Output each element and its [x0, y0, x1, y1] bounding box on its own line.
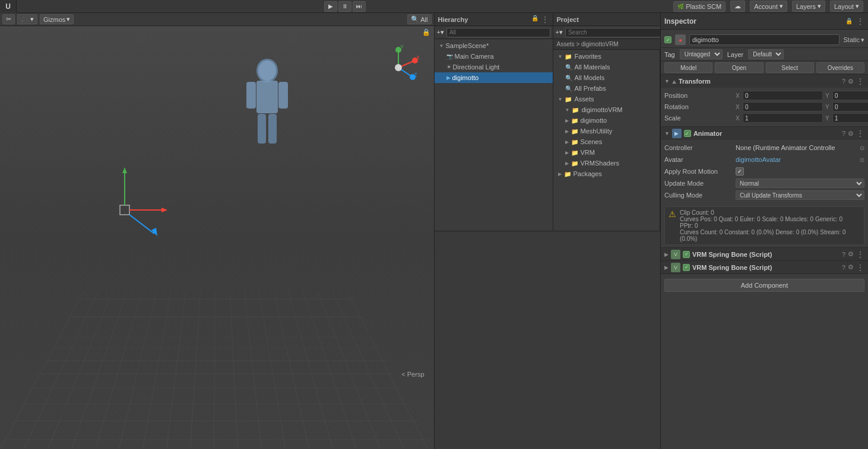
- transform-menu-icon[interactable]: ⋮: [856, 77, 864, 86]
- project-folder-vrmshaders[interactable]: ▶ 📁 VRMShaders: [553, 158, 660, 168]
- vrm1-settings-icon[interactable]: ⚙: [848, 250, 854, 258]
- rot-y-input[interactable]: [832, 102, 868, 112]
- vrm1-enable-checkbox[interactable]: ✓: [683, 251, 690, 258]
- object-name-input[interactable]: [689, 34, 840, 45]
- svg-point-23: [258, 60, 276, 81]
- gizmos-button[interactable]: Gizmos▾: [40, 14, 74, 24]
- layer-select[interactable]: Default: [748, 49, 784, 59]
- cloud-button[interactable]: ☁: [730, 1, 745, 12]
- project-folder-digimotto[interactable]: ▶ 📁 digimotto: [553, 115, 660, 126]
- vrm2-icon: V: [671, 263, 680, 272]
- inspector-menu-icon[interactable]: ⋮: [856, 17, 864, 26]
- character-model: [232, 56, 303, 174]
- vrm1-menu-icon[interactable]: ⋮: [856, 250, 864, 259]
- hierarchy-scene-root[interactable]: ▼ SampleScene*: [435, 40, 553, 51]
- tag-select[interactable]: Untagged: [680, 49, 723, 59]
- avatar-pick-icon[interactable]: ⊙: [860, 157, 864, 163]
- vrm2-settings-icon[interactable]: ⚙: [848, 263, 854, 271]
- transform-settings-icon[interactable]: ⚙: [848, 78, 854, 85]
- culling-mode-label: Culling Mode: [664, 192, 736, 199]
- vrm2-expand-arrow: ▶: [664, 265, 669, 270]
- controller-value: None (Runtime Animator Controlle: [736, 144, 860, 151]
- hierarchy-title: Hierarchy: [438, 16, 468, 23]
- static-dropdown[interactable]: Static ▾: [843, 36, 864, 44]
- scene-toolbar-tools[interactable]: ✂: [2, 14, 15, 24]
- update-mode-select[interactable]: Normal: [736, 179, 864, 188]
- vrm2-menu-icon[interactable]: ⋮: [856, 263, 864, 272]
- rotation-xyz: X Y Z: [736, 102, 868, 112]
- camera-dropdown[interactable]: 🎥▾: [17, 14, 37, 24]
- model-label-btn: Model: [664, 62, 712, 73]
- project-folder-scenes[interactable]: ▶ 📁 Scenes: [553, 136, 660, 147]
- vrm2-enable-checkbox[interactable]: ✓: [683, 264, 690, 271]
- scene-toolbar: ✂ 🎥▾ Gizmos▾ 🔍 All: [0, 13, 434, 26]
- avatar-label: Avatar: [664, 156, 736, 163]
- project-all-materials[interactable]: 🔍 All Materials: [553, 62, 660, 72]
- pause-button[interactable]: ⏸: [338, 1, 351, 12]
- overrides-button[interactable]: Overrides: [816, 62, 864, 73]
- hierarchy-directional-light[interactable]: ☀ Directional Light: [435, 62, 553, 72]
- project-search-input[interactable]: [565, 28, 660, 37]
- project-folder-packages[interactable]: ▶ 📁 Packages: [553, 168, 660, 179]
- hierarchy-search-input[interactable]: [446, 28, 550, 37]
- hierarchy-lock-icon[interactable]: 🔒: [531, 15, 538, 24]
- play-button[interactable]: ▶: [324, 1, 337, 12]
- project-folder-digimottovRM[interactable]: ▼ 📁 digimottoVRM: [553, 104, 660, 115]
- search-all-button[interactable]: 🔍 All: [407, 14, 431, 24]
- project-assets-root[interactable]: ▼ 📁 Assets: [553, 94, 660, 104]
- select-button[interactable]: Select: [766, 62, 814, 73]
- scale-x-input[interactable]: [743, 113, 823, 123]
- hierarchy-digimotto[interactable]: ▶ digimotto: [435, 72, 553, 83]
- controller-pick-icon[interactable]: ⊙: [860, 145, 864, 151]
- project-all-models[interactable]: 🔍 All Models: [553, 72, 660, 83]
- scale-row: Scale X Y: [664, 113, 864, 123]
- controller-label: Controller: [664, 144, 736, 151]
- pos-y-input[interactable]: [832, 91, 868, 100]
- project-folder-meshutility[interactable]: ▶ 📁 MeshUtility: [553, 126, 660, 136]
- plastic-scm-button[interactable]: 🌿 Plastic SCM: [673, 1, 726, 12]
- scale-y: Y: [825, 113, 868, 123]
- hierarchy-main-camera[interactable]: 📷 Main Camera: [435, 51, 553, 62]
- project-split: ▼ 📁 Favorites 🔍 All Materials 🔍 All Mode…: [553, 50, 661, 231]
- hierarchy-add-button[interactable]: +▾: [437, 28, 444, 36]
- project-all-prefabs[interactable]: 🔍 All Prefabs: [553, 83, 660, 94]
- vrm1-help-icon[interactable]: ?: [842, 251, 845, 258]
- scene-lock-icon[interactable]: 🔒: [422, 28, 430, 36]
- animator-help-icon[interactable]: ?: [842, 130, 845, 137]
- scale-label: Scale: [664, 114, 736, 122]
- layout-button[interactable]: Layout ▾: [830, 1, 863, 12]
- model-buttons-row: Model Open Select Overrides: [661, 61, 868, 75]
- object-enable-checkbox[interactable]: ✓: [664, 36, 671, 43]
- vrm-spring-bone-2-section[interactable]: ▶ V ✓ VRM Spring Bone (Script) ? ⚙ ⋮: [661, 261, 868, 274]
- project-folder-vrm[interactable]: ▶ 📁 VRM: [553, 147, 660, 158]
- animator-menu-icon[interactable]: ⋮: [856, 129, 864, 138]
- svg-rect-21: [258, 114, 266, 144]
- inspector-header: Inspector 🔒 ⋮: [661, 13, 868, 30]
- inspector-lock-icon[interactable]: 🔒: [845, 18, 853, 24]
- animator-header[interactable]: ▼ ▶ ✓ Animator ? ⚙ ⋮: [661, 127, 868, 140]
- animator-enable-checkbox[interactable]: ✓: [684, 130, 691, 137]
- hierarchy-menu-icon[interactable]: ⋮: [541, 15, 549, 24]
- transform-header[interactable]: ▼ ⟁ Transform ? ⚙ ⋮: [661, 75, 868, 88]
- rot-y-label: Y: [825, 104, 831, 110]
- scale-y-input[interactable]: [832, 113, 868, 123]
- animator-settings-icon[interactable]: ⚙: [848, 130, 854, 138]
- update-mode-row: Update Mode Normal: [664, 178, 864, 189]
- vrm-spring-bone-1-section[interactable]: ▶ V ✓ VRM Spring Bone (Script) ? ⚙ ⋮: [661, 248, 868, 261]
- step-button[interactable]: ⏭: [353, 1, 366, 12]
- project-add-button[interactable]: +▾: [556, 28, 563, 36]
- add-component-button[interactable]: Add Component: [664, 279, 864, 292]
- culling-mode-select[interactable]: Cull Update Transforms: [736, 190, 864, 200]
- rot-x-label: X: [736, 104, 742, 110]
- pos-x-input[interactable]: [743, 91, 823, 100]
- layers-button[interactable]: Layers ▾: [792, 1, 825, 12]
- account-button[interactable]: Account ▾: [750, 1, 787, 12]
- apply-root-motion-checkbox[interactable]: ✓: [736, 167, 744, 176]
- open-button[interactable]: Open: [715, 62, 763, 73]
- transform-gizmo[interactable]: [77, 163, 172, 257]
- vrm2-help-icon[interactable]: ?: [842, 264, 845, 271]
- transform-help-icon[interactable]: ?: [842, 78, 845, 85]
- avatar-value[interactable]: digimottoAvatar: [736, 156, 860, 163]
- project-favorites[interactable]: ▼ 📁 Favorites: [553, 51, 660, 62]
- rot-x-input[interactable]: [743, 102, 823, 112]
